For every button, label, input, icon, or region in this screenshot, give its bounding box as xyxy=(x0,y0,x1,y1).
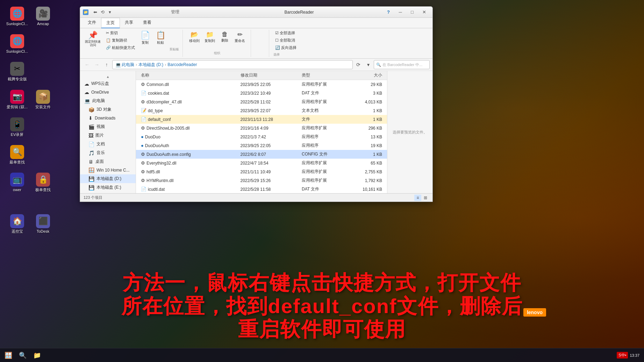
qa-icon-2[interactable]: ⟲ xyxy=(99,9,106,15)
cut-button[interactable]: ✂ 剪切 xyxy=(104,30,137,36)
delete-button[interactable]: 🗑 删除 xyxy=(218,30,232,44)
copy-path-button[interactable]: 📋 复制路径 xyxy=(104,37,137,44)
move-to-icon: 📂 xyxy=(191,31,198,38)
close-button[interactable]: ✕ xyxy=(418,8,430,17)
sidebar-label-win10: Win 10 Home C... xyxy=(96,168,130,173)
taskbar-explorer[interactable]: 📁 xyxy=(30,350,44,361)
table-row[interactable]: ⚙hdf5.dll 2021/1/11 10:49 应用程序扩展 2,755 K… xyxy=(136,167,387,176)
sidebar-item-docs[interactable]: 📄 文档 xyxy=(80,140,136,149)
sidebar-scroll-up[interactable]: ▲ xyxy=(80,74,136,79)
desktop-icon-sunlogin2[interactable]: 🌐 SunloginCl... xyxy=(5,32,29,56)
desktop-icon-sunlogin1[interactable]: 🌐 SunloginCl... xyxy=(5,5,29,28)
desktop-icon-install[interactable]: 📦 安装文件 xyxy=(31,88,55,111)
desktop-icon-todesk[interactable]: ⬛ ToDesk xyxy=(31,212,55,236)
col-name[interactable]: 名称 xyxy=(139,72,238,79)
sidebar-item-wps[interactable]: ☁ WPS云盘 xyxy=(80,79,136,88)
table-row[interactable]: ⚙Common.dll 2023/9/25 22:05 应用程序扩展 29 KB xyxy=(136,80,387,89)
qa-icon-1[interactable]: ⬅ xyxy=(92,9,98,15)
copy-button[interactable]: 📄 复制 xyxy=(138,30,152,46)
move-to-button[interactable]: 📂 移动到 xyxy=(187,30,202,44)
search-box[interactable]: 🔍 在 BarcodeReader 中... xyxy=(374,60,430,69)
sidebar-item-win10[interactable]: 🪟 Win 10 Home C... xyxy=(80,166,136,174)
file-list[interactable]: ⚙Common.dll 2023/9/25 22:05 应用程序扩展 29 KB… xyxy=(136,80,387,193)
taskbar-start[interactable]: 🪟 xyxy=(2,350,15,361)
taskbar-search[interactable]: 🔍 xyxy=(16,350,29,361)
ribbon: 文件 主页 共享 查看 📌 固定到快速访问 ✂ 剪切 📋 xyxy=(80,18,432,59)
video-icon: 🎬 xyxy=(88,124,94,130)
table-row[interactable]: 📄icudtl.dat 2022/5/28 11:58 DAT 文件 10,16… xyxy=(136,185,387,193)
table-row[interactable]: ●DuoDuo 2022/1/3 7:42 应用程序 13 KB xyxy=(136,132,387,141)
copy-to-button[interactable]: 📁 复制到 xyxy=(202,30,217,44)
item-count: 123 个项目 xyxy=(84,195,102,200)
breadcrumb-disk[interactable]: 本地磁盘 (D:) xyxy=(138,62,163,68)
table-row[interactable]: ⚙Everything32.dll 2022/4/7 18:54 应用程序扩展 … xyxy=(136,159,387,167)
sidebar-item-desktop[interactable]: 🖥 桌面 xyxy=(80,157,136,166)
copy-path-icon: 📋 xyxy=(106,38,111,43)
desktop-icon-search2[interactable]: 🔒 极单查找 xyxy=(31,171,55,194)
address-box[interactable]: 💻 此电脑 › 本地磁盘 (D:) › BarcodeReader xyxy=(112,60,353,69)
forward-button[interactable]: → xyxy=(93,60,101,69)
tab-share[interactable]: 共享 xyxy=(120,18,138,28)
desktop-icon-evluping[interactable]: 📱 EV录屏 xyxy=(5,116,29,139)
tab-view[interactable]: 查看 xyxy=(138,18,156,28)
select-none-button[interactable]: ☐ 全部取消 xyxy=(273,37,298,44)
desktop-icon-remote[interactable]: 🏠 遥控宝 xyxy=(5,212,29,236)
tab-file[interactable]: 文件 xyxy=(83,18,101,28)
pin-quick-access-button[interactable]: 📌 固定到快速访问 xyxy=(83,30,103,48)
sidebar-item-onedrive[interactable]: ☁ OneDrive xyxy=(80,88,136,96)
table-row[interactable]: ●DuoDuoAuth 2023/9/25 22:05 应用程序 19 KB xyxy=(136,141,387,150)
breadcrumb-pc[interactable]: 此电脑 xyxy=(122,62,134,68)
refresh-button[interactable]: ⟳ xyxy=(354,60,363,69)
breadcrumb-folder[interactable]: BarcodeReader xyxy=(167,62,197,67)
sidebar-item-video[interactable]: 🎬 视频 xyxy=(80,122,136,131)
address-dropdown-button[interactable]: ▾ xyxy=(364,60,372,69)
minimize-button[interactable]: ─ xyxy=(395,8,406,17)
file-icon: ⚙ xyxy=(141,160,145,166)
table-row[interactable]: 📄cookies.dat 2023/3/22 10:49 DAT 文件 3 KB xyxy=(136,89,387,97)
table-row[interactable]: ⚙d3dcompiler_47.dll 2022/5/28 11:02 应用程序… xyxy=(136,97,387,106)
file-icon: ⚙ xyxy=(141,99,145,104)
desktop-icon-search1[interactable]: 🔍 最单查找 xyxy=(5,143,29,166)
desktop-icon-aijianji[interactable]: 📷 爱剪辑 (获... xyxy=(5,88,29,111)
sidebar-item-diskd[interactable]: 💾 本地磁盘 (D:) xyxy=(80,174,136,183)
sidebar: ▲ ☁ WPS云盘 ☁ OneDrive 💻 此电脑 📦 3D 对象 ⬇ Dow… xyxy=(80,71,136,193)
downloads-icon: ⬇ xyxy=(88,115,93,121)
desktop-icon-amcap[interactable]: 🎥 Amcap xyxy=(31,5,55,28)
sidebar-item-diske[interactable]: 💾 本地磁盘 (E:) xyxy=(80,183,136,192)
desktop-icon-jianjing[interactable]: ✂ 截腾专业版 xyxy=(5,60,29,83)
maximize-button[interactable]: □ xyxy=(407,8,418,17)
paste-shortcut-button[interactable]: 🔗 粘贴快捷方式 xyxy=(104,44,137,51)
qa-icon-chevron[interactable]: ▾ xyxy=(107,9,113,15)
select-all-button[interactable]: ☑ 全部选择 xyxy=(273,30,298,36)
tab-home[interactable]: 主页 xyxy=(101,18,120,28)
paste-button[interactable]: 📋 粘贴 xyxy=(153,30,167,46)
rename-button[interactable]: ✏ 重命名 xyxy=(232,30,247,44)
back-button[interactable]: ← xyxy=(83,60,91,69)
taskbar-clock: 13:37 xyxy=(630,353,639,357)
paste-icon: 📋 xyxy=(156,31,165,40)
up-button[interactable]: ↑ xyxy=(102,60,111,69)
table-row[interactable]: 📄default_conf 2023/11/13 11:28 文件 1 KB xyxy=(136,115,387,124)
wps-icon: ☁ xyxy=(84,81,89,87)
detail-view-button[interactable]: ⊞ xyxy=(422,195,429,201)
ime-status[interactable]: S中• xyxy=(617,352,628,359)
help-button[interactable]: ? xyxy=(383,8,394,17)
table-row[interactable]: 📝dd_type 2023/9/25 22:07 文本文档 1 KB xyxy=(136,106,387,115)
col-size[interactable]: 大小 xyxy=(350,72,384,79)
address-bar: ← → ↑ 💻 此电脑 › 本地磁盘 (D:) › BarcodeReader … xyxy=(80,59,432,71)
sidebar-label-docs: 文档 xyxy=(96,141,105,147)
invert-select-button[interactable]: 🔄 反向选择 xyxy=(273,44,298,51)
table-row[interactable]: ⚙HYMRuntm.dll 2022/5/29 15:26 应用程序扩展 1,7… xyxy=(136,176,387,185)
table-row[interactable]: ⚙DuoDuoAuth.exe.config 2022/6/2 8:07 CON… xyxy=(136,150,387,159)
col-date[interactable]: 修改日期 xyxy=(238,72,300,79)
sidebar-item-music[interactable]: 🎵 音乐 xyxy=(80,149,136,157)
desktop-icon-viewer[interactable]: 📺 ower xyxy=(5,171,29,194)
table-row[interactable]: ⚙DirectShowLib-2005.dll 2019/1/16 4:09 应… xyxy=(136,124,387,132)
sidebar-item-thispc[interactable]: 💻 此电脑 xyxy=(80,96,136,105)
col-type[interactable]: 类型 xyxy=(300,72,350,79)
sidebar-item-downloads[interactable]: ⬇ Downloads xyxy=(80,114,136,122)
diskd-icon: 💾 xyxy=(88,176,94,182)
list-view-button[interactable]: ≡ xyxy=(414,195,421,201)
sidebar-item-3d[interactable]: 📦 3D 对象 xyxy=(80,105,136,114)
sidebar-item-pictures[interactable]: 🖼 图片 xyxy=(80,131,136,140)
